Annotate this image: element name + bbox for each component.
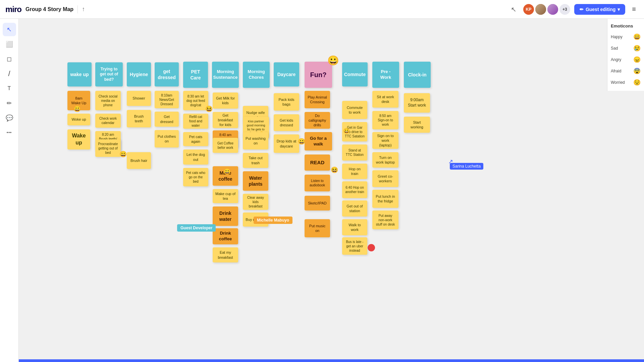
sticky-pack-bags[interactable]: Pack kids bags [274,93,299,111]
column-morning-sustenance[interactable]: Morning Sustenance [212,62,239,88]
guest-editing-button[interactable]: ✏ Guest editing ▾ [574,4,625,15]
sticky-wake-up[interactable]: Wake up [67,129,90,149]
sticky-put-washing[interactable]: Put washing on [243,132,268,149]
sticky-cup-tea[interactable]: Make cup of tea [213,189,238,203]
column-get-dressed[interactable]: get dressed [155,62,179,86]
sticky-drink-coffee[interactable]: Drink coffee [213,228,238,244]
sticky-greet-workers[interactable]: Greet co-workers [372,170,398,187]
sticky-sit-desk[interactable]: Sit at work desk [372,91,398,108]
sticky-check-social[interactable]: Check social media on phone [95,91,121,110]
cursor-arrow: ↗ [448,158,453,165]
red-dot [368,244,375,251]
sticky-breakfast-kids[interactable]: Get breakfast for kids [213,112,238,128]
happy-label: Happy [611,35,623,39]
sticky-get-coffee[interactable]: Get Coffee befor work [213,138,238,153]
emoji-coffee: 😀 [223,168,231,175]
emoticons-panel: Emoticons Happy 😀 Sad 😢 Angry 😠 Afraid 😨… [607,19,644,91]
sticky-procrastinate[interactable]: Procrastinate getting out of bed [95,139,121,157]
sticky-water-plants[interactable]: Water plants [243,171,268,191]
column-clock-in[interactable]: Clock-in [404,62,431,88]
sticky-get-kids-dressed[interactable]: Get kids dressed [274,114,299,131]
sticky-audiobook[interactable]: Listen to audiobook [305,175,330,191]
sad-label: Sad [611,46,618,51]
sticky-let-dog-out[interactable]: Let the dog out [183,149,208,165]
column-pet-care[interactable]: PET Care [183,62,208,88]
avatars: KP +3 [523,4,570,15]
left-toolbar: ↖ ⬜ ◻ / T ✏ 💬 ••• [0,19,19,362]
afraid-emoji: 😨 [633,67,641,75]
column-pre-work[interactable]: Pre - Work [372,62,399,88]
emoticon-worried[interactable]: Worried 😟 [611,79,641,86]
sticky-turn-on-laptop[interactable]: Turn on work laptop [372,152,398,168]
column-commute[interactable]: Commute [342,62,368,86]
emoticon-afraid[interactable]: Afraid 😨 [611,67,641,75]
sticky-put-lunch[interactable]: Put lunch in the fridge [372,190,398,208]
sticky-music[interactable]: Put music on [305,219,330,237]
sticky-get-out-station[interactable]: Get out of station [342,200,367,217]
sticky-900-start[interactable]: 9:00am Start work [404,93,430,113]
pen-tool[interactable]: ✏ [3,97,16,110]
canvas[interactable]: wake up Trying to get out of bed? Hygien… [19,19,644,362]
sticky-woke-up[interactable]: Woke up [67,114,90,125]
shapes-tool[interactable]: ◻ [3,52,16,66]
sticky-start-working[interactable]: Start working [404,117,430,133]
sticky-hop-train[interactable]: Hop on train [342,164,367,179]
line-tool[interactable]: / [3,67,16,80]
column-morning-chores[interactable]: Morning Chores [243,62,270,88]
emoji-daycare: 😀 [298,138,305,145]
more-tools[interactable]: ••• [3,126,16,139]
sticky-shower[interactable]: Shower [127,91,151,106]
sticky-810-news[interactable]: 8:10am News/Get Dressed [155,91,179,108]
comment-tool[interactable]: 💬 [3,111,16,125]
sad-emoji: 😢 [633,45,641,52]
worried-emoji: 😟 [633,79,641,86]
sticky-commute-work[interactable]: Commute to work [342,101,367,119]
sticky-bus-late[interactable]: Bus is late - get an uber instead [342,237,367,255]
emoticon-happy[interactable]: Happy 😀 [611,33,641,41]
sticky-walk-work[interactable]: Walk to work [342,219,367,235]
sticky-animal-crossing[interactable]: Play Animal Crossing [305,91,330,108]
sticky-read[interactable]: READ [305,155,330,171]
sticky-sign-work-laptop[interactable]: Sign on to work (laptop) [372,132,398,149]
column-wake-up[interactable]: wake up [67,62,92,86]
sticky-pet-cats-again[interactable]: Pet cats again [183,132,208,146]
sticky-brush-teeth[interactable]: Brush teeth [127,110,151,127]
sticky-go-walk[interactable]: Go for a walk [305,132,332,150]
sticky-drink-water[interactable]: Drink water [213,206,238,226]
emoticon-angry[interactable]: Angry 😠 [611,56,641,63]
sticky-refill-cat[interactable]: Refill cat food and water [183,114,208,129]
emoticon-sad[interactable]: Sad 😢 [611,45,641,52]
text-tool[interactable]: T [3,82,16,95]
column-hygiene[interactable]: Hygiene [127,62,151,86]
emoji-wake: 😀 [73,105,81,113]
sticky-640-train[interactable]: 6:40 Hop on another train [342,181,367,198]
sticky-check-calendar[interactable]: Check work calendar [95,114,121,128]
sticky-get-dressed[interactable]: Get dressed [155,112,179,127]
emoji-proc: 😀 [119,150,127,158]
column-daycare[interactable]: Daycare [274,62,299,86]
sticky-pet-cats-bed[interactable]: Pet cats who go on the bed [183,168,208,186]
sticky-put-away-stuff[interactable]: Put away non-work stuff on desk [372,210,398,229]
column-get-out-of-bed[interactable]: Trying to get out of bed? [95,62,123,86]
board-title[interactable]: Group 4 Story Map [25,6,73,12]
sticky-ipad[interactable]: Sketc/IPAD [305,196,330,210]
sticky-eat-breakfast[interactable]: Eat my breakfast [213,247,238,262]
sticky-milk[interactable]: Get Milk for kids [213,93,238,109]
canvas-inner: wake up Trying to get out of bed? Hygien… [19,19,644,362]
sticky-stand-station[interactable]: Stand at TTC Station [342,144,367,161]
sticky-clear-kids[interactable]: Clear away kids breakfast [243,194,268,210]
sticky-850-signon[interactable]: 8:50 am Sign-on to work [372,111,398,129]
frame-tool[interactable]: ⬜ [3,38,16,51]
sticky-brush-hair[interactable]: Brush hair [127,152,151,169]
happy-emoji: 😀 [633,33,641,41]
sticky-calligraphy[interactable]: Do calligraphy drills [305,112,330,129]
menu-button[interactable]: ≡ [629,4,639,14]
upload-button[interactable]: ↑ [82,6,85,13]
sticky-830-dog[interactable]: 8:30 am let dog out feed dog/cat [183,91,208,110]
plus-badge: +3 [559,4,570,15]
bottom-bar [0,359,644,362]
sticky-drop-kids[interactable]: Drop kids at daycare [274,134,299,153]
sticky-put-clothes[interactable]: Put clothes on [155,130,179,147]
select-tool[interactable]: ↖ [3,23,16,36]
sticky-take-trash[interactable]: Take out trash [243,153,268,168]
